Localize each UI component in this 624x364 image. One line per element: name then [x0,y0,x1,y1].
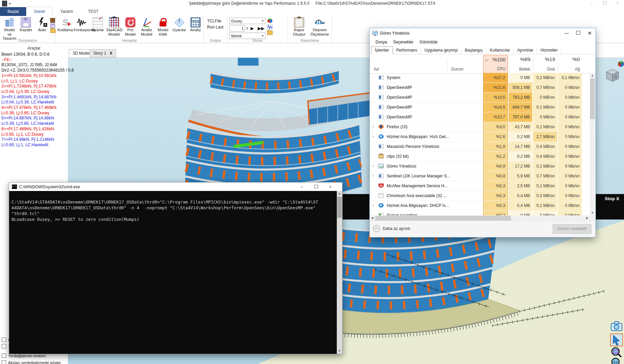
scroll-right-icon[interactable]: ▶ [585,215,590,221]
table-row[interactable]: Chromium host executable (32 ... %0,3 0,… [370,191,590,201]
pre-model-button[interactable]: Pre Model [122,17,139,37]
table-row[interactable]: Masaüstü Pencere Yöneticisi %1,9 14,7 MB… [370,142,590,152]
tab-story-1[interactable]: Story 1X [90,49,116,57]
checkbox-icon[interactable] [2,344,6,348]
small-floppy-icon[interactable] [50,23,55,28]
column-header-ad[interactable]: Ad [374,67,379,72]
tab-genel[interactable]: Genel [26,7,53,16]
tm-maximize-button[interactable] [572,28,584,38]
scrollbar-thumb[interactable] [337,197,342,218]
kodlama-button[interactable]: S Kodlama [57,17,73,33]
column-header-bellek[interactable]: %89Bellek [509,55,532,73]
menu-dosya[interactable]: Dosya [372,40,390,44]
select-cursor-icon[interactable] [610,333,623,346]
cmd-minimize-button[interactable]: – [295,184,309,189]
snapshot-camera-icon[interactable] [610,321,623,331]
minimize-button[interactable]: – [585,0,598,6]
step-stepper[interactable] [246,27,248,30]
column-header-disk[interactable]: %19Disk [533,55,557,73]
tm-horizontal-scrollbar[interactable]: ◀ ▶ [370,215,590,221]
auto-button[interactable]: Auto [34,17,50,33]
expand-chevron-icon[interactable]: › [372,134,376,139]
tm-tab-baslangic[interactable]: Başlangıç [461,47,487,54]
table-row[interactable]: OpenSeesMP %14,5 848,7 MB 0,1 MB/sn 0 Mb… [370,102,590,112]
cmd-maximize-button[interactable] [309,184,323,189]
deprem-olcekleme-button[interactable]: Deprem Ölçekleme [309,17,330,37]
table-row[interactable]: System %27,2 0 MB 0,2 MB/sn 0,1 Mb/sn [370,73,590,83]
model-kilitli-button[interactable]: Model Kilitli [155,17,171,37]
scroll-down-icon[interactable]: ▼ [590,210,595,215]
tab-yardim[interactable]: Yardım [53,7,80,16]
zoom-window-icon[interactable] [611,347,622,357]
tm-tab-ayrintilar[interactable]: Ayrıntılar [514,47,537,54]
color-cube-icon[interactable] [267,18,273,23]
tab-test[interactable]: TEST [80,7,106,16]
open-folder-icon[interactable] [267,31,273,35]
package-icon[interactable] [50,18,55,23]
run-last-button[interactable]: Run Last [207,25,223,30]
folder-key-icon[interactable] [50,29,56,33]
menu-secenekler[interactable]: Seçenekler [390,40,417,44]
table-row[interactable]: OpenSeesMP %10,7 797,0 MB 0 MB/sn 0 Mb/s… [370,112,590,122]
uyarilar-button[interactable]: Uyarılar [171,17,187,33]
checkbox-icon[interactable] [2,353,6,358]
table-row[interactable]: › Sentinel LDK License Manager S... %0,8… [370,171,590,181]
tm-tab-uygulama-gecmisi[interactable]: Uygulama geçmişi [421,47,461,54]
stop-button[interactable]: Stop X [605,196,619,201]
tm-minimize-button[interactable]: — [561,28,572,38]
tm-tab-hizmetler[interactable]: Hizmetler [537,47,562,54]
kaydet-button[interactable]: Kaydet [18,17,34,33]
orientation-cube-icon[interactable] [606,69,619,81]
fonksiyonlar-button[interactable]: Fonksiyonlar [73,17,90,33]
menu-goruntule[interactable]: Görüntüle [417,40,441,44]
tm-close-button[interactable]: ✕ [584,28,595,38]
table-row[interactable]: › Firefox (10) %3,0 43,7 MB 0,1 MB/sn 0 … [370,122,590,132]
tm-tab-kullanicilar[interactable]: Kullanıcılar [487,47,514,54]
expand-chevron-icon[interactable]: › [372,173,376,178]
task-manager-window[interactable]: Görev Yöneticisi — ✕ Dosya Seçenekler Gö… [369,28,596,237]
expand-chevron-icon[interactable]: › [372,163,376,168]
analiz-modeli-button[interactable]: Analiz Modeli [139,17,155,37]
checkbox-icon[interactable] [2,338,6,342]
tm-vertical-scrollbar[interactable]: ▲ ▼ [590,73,595,215]
maximize-button[interactable] [598,0,611,6]
tm-tab-performans[interactable]: Performans [393,47,421,54]
cmd-console[interactable]: C:\Sta4V14\STA4DATA\osDeneme\ORNEK17\ORN… [9,191,342,354]
tab-baslat[interactable]: Başlat [0,7,26,16]
column-header-cpu[interactable]: %100CPU [483,55,508,73]
cmd-close-button[interactable]: × [323,184,337,189]
column-header-durum[interactable]: Durum [451,67,463,72]
response-wave-icon[interactable] [267,24,273,30]
cmd-window[interactable]: C:\ C:\WINDOWS\system32\cmd.exe – × C:\S… [9,182,343,354]
expand-chevron-icon[interactable]: › [372,203,376,208]
ayarlar-button[interactable]: Ayarlar [90,17,106,33]
scroll-up-icon[interactable]: ▲ [590,73,595,78]
rgb-axis-cube-icon[interactable] [618,61,624,67]
model-ve-tasarim-button[interactable]: Model ve Tasarım [1,17,18,41]
fast-forward-button[interactable]: ▶▶ [256,25,266,32]
scroll-up-icon[interactable]: ▲ [337,191,342,196]
zoom-1-1-icon[interactable]: 1:1 [611,358,622,364]
sta4cad-modeli-button[interactable]: Sta4CAD Modeli [106,17,122,37]
scrollbar-thumb[interactable] [590,78,595,119]
show-axes-checkbox[interactable]: Aksları yerdeğiştirmede göster [2,360,61,364]
table-row[interactable]: › Hizmet Ana Bilgisayarı: Hızlı Get... %… [370,132,590,142]
scroll-left-icon[interactable]: ◀ [370,215,375,221]
analiz-button[interactable]: Analiz [187,17,204,33]
close-tab-icon[interactable]: X [110,51,112,56]
close-button[interactable]: × [611,0,624,6]
expand-chevron-icon[interactable]: › [372,124,376,129]
tclfile-button[interactable]: TCLFile [207,19,223,23]
scroll-down-icon[interactable]: ▼ [337,348,342,354]
table-row[interactable]: M McAfee Management Service H... %0,3 2,… [370,181,590,191]
table-row[interactable]: OpenSeesMP %14,5 783,2 MB 0 MB/sn 0 Mb/s… [370,93,590,102]
less-details-button[interactable]: Daha az ayrıntı [373,225,410,232]
step-input[interactable]: 1 [230,25,245,32]
table-row[interactable]: OpenSeesMP %21,6 509,1 MB 0,7 MB/sn 0 Mb… [370,83,590,93]
column-header-ag[interactable]: %0Ağ [558,55,582,73]
rapor-olustur-button[interactable]: Rapor Oluştur [289,17,309,37]
tm-tab-islemler[interactable]: İşlemler [371,46,393,54]
table-row[interactable]: › Görev Yöneticisi %0,9 17,2 MB 0,1 MB/s… [370,161,590,171]
cmd-titlebar[interactable]: C:\ C:\WINDOWS\system32\cmd.exe – × [9,183,342,191]
cmd-scrollbar[interactable]: ▲ ▼ [337,191,342,354]
